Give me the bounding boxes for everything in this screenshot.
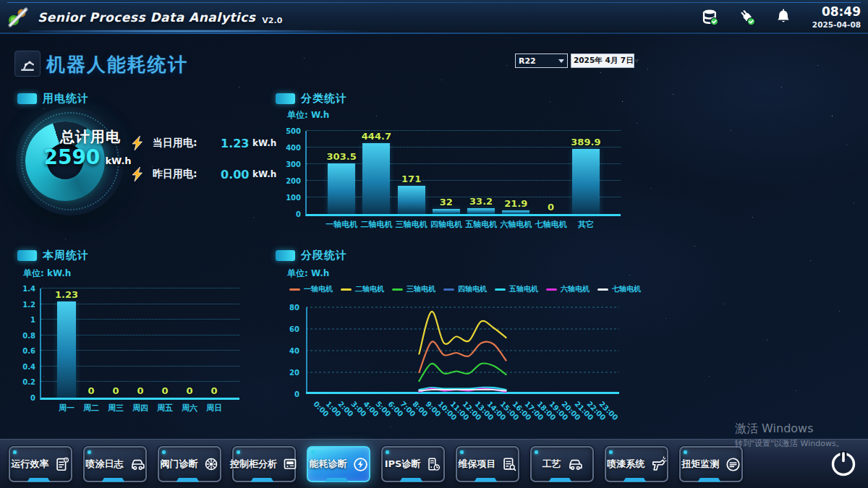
app-version: V2.0 xyxy=(262,16,282,25)
nav-button-9[interactable]: 喷漆系统 xyxy=(605,446,668,482)
nav-button-corner-dot xyxy=(609,450,613,454)
y-axis-tick-label: 20 xyxy=(289,369,299,377)
maintenance-doc-icon xyxy=(501,456,517,472)
bar-column: 1.23周一 xyxy=(54,288,79,398)
bar-value-label: 0 xyxy=(210,385,217,396)
stat-label: 昨日用电: xyxy=(153,168,215,181)
y-axis-tick-label: 500 xyxy=(286,127,301,135)
connection-status-icon xyxy=(737,7,757,27)
nav-button-corner-dot xyxy=(237,450,240,454)
bar-value-label: 444.7 xyxy=(362,131,391,142)
nav-button-label: 阀门诊断 xyxy=(161,458,198,471)
nav-button-corner-dot xyxy=(13,450,17,454)
gauge-value-row: 2590 kW.h xyxy=(36,145,139,169)
current-time: 08:49 xyxy=(812,4,861,20)
nav-button-bottom-accent xyxy=(325,478,348,482)
nav-button-bottom-accent xyxy=(27,478,50,482)
section-title: 分段统计 xyxy=(301,249,347,262)
legend-label: 五轴电机 xyxy=(509,284,538,294)
legend-line-swatch xyxy=(546,288,557,291)
legend-line-swatch xyxy=(495,288,506,291)
nav-button-bottom-accent xyxy=(697,478,720,482)
nav-button-5[interactable]: 能耗诊断 xyxy=(307,446,370,482)
bar-value-label: 0 xyxy=(137,385,143,396)
nav-button-3[interactable]: 阀门诊断 xyxy=(158,446,221,482)
chevron-down-icon xyxy=(634,59,639,63)
x-axis-category-label: 二轴电机 xyxy=(360,219,392,230)
cabinet-icon xyxy=(282,456,298,472)
gauge-unit: kW.h xyxy=(105,155,131,166)
current-date: 2025-04-08 xyxy=(812,20,861,30)
server-clock-icon xyxy=(425,456,441,472)
x-axis-category-label: 周二 xyxy=(83,403,99,414)
y-axis-tick-label: 1.2 xyxy=(22,301,35,309)
bar xyxy=(502,210,529,214)
nav-button-corner-dot xyxy=(88,450,91,454)
section-marker xyxy=(276,93,295,104)
dashboard-screen: Senior Process Data Analytics V2.0 xyxy=(0,0,868,488)
section-header-weekly: 本周统计 xyxy=(17,249,89,262)
y-axis-tick-label: 1 xyxy=(30,316,35,324)
spray-gun-icon xyxy=(650,456,666,472)
nav-button-7[interactable]: 维保项目 xyxy=(456,446,519,482)
x-axis-category-label: 周四 xyxy=(132,403,148,414)
bar-column: 0周日 xyxy=(202,288,226,398)
legend-line-swatch xyxy=(443,288,454,291)
bar-value-label: 21.9 xyxy=(504,198,527,209)
clock-display: 08:49 2025-04-08 xyxy=(812,4,861,29)
legend-item: 七轴电机 xyxy=(597,284,641,294)
y-axis-tick-label: 0.6 xyxy=(22,347,35,355)
nav-button-1[interactable]: 运行效率 xyxy=(9,446,72,482)
bar-column: 32四轴电机 xyxy=(429,131,464,214)
bar-column: 389.9其它 xyxy=(569,131,603,214)
nav-button-bottom-accent xyxy=(623,478,646,482)
power-icon[interactable] xyxy=(829,450,858,479)
section-marker xyxy=(17,93,37,104)
nav-button-bottom-accent xyxy=(548,478,571,482)
y-axis-tick-label: 300 xyxy=(286,160,301,168)
legend-label: 二轴电机 xyxy=(355,284,384,294)
nav-button-8[interactable]: 工艺 xyxy=(530,446,594,482)
y-axis-tick-label: 0.2 xyxy=(22,378,35,386)
nav-button-6[interactable]: IPS诊断 xyxy=(381,446,445,482)
x-axis-category-label: 周五 xyxy=(157,403,173,414)
section-marker xyxy=(276,250,295,261)
nav-button-label: 运行效率 xyxy=(12,458,49,471)
nav-button-corner-dot xyxy=(684,450,687,454)
nav-button-4[interactable]: 控制柜分析 xyxy=(232,446,296,482)
y-axis-tick-label: 60 xyxy=(289,325,299,333)
bar-column: 33.2五轴电机 xyxy=(464,131,498,214)
nav-button-10[interactable]: 扭矩监测 xyxy=(679,446,743,482)
date-picker-dropdown[interactable]: 2025年 4月 7日 xyxy=(571,53,634,68)
nav-button-corner-dot xyxy=(311,450,315,454)
nav-button-label: 扭矩监测 xyxy=(682,458,720,471)
segment-chart-legend: 一轴电机二轴电机三轴电机四轴电机五轴电机六轴电机七轴电机 xyxy=(289,284,641,294)
nav-button-bottom-accent xyxy=(474,478,497,482)
notification-bell-icon[interactable] xyxy=(774,7,793,27)
bar-column: 0七轴电机 xyxy=(534,131,569,214)
nav-button-2[interactable]: 喷涂日志 xyxy=(83,446,147,482)
legend-label: 三轴电机 xyxy=(407,284,435,294)
stat-label: 当日用电: xyxy=(153,137,215,150)
section-marker xyxy=(17,250,37,261)
robot-select-dropdown[interactable]: R22 xyxy=(515,53,568,68)
nav-button-bottom-accent xyxy=(101,478,124,482)
legend-label: 一轴电机 xyxy=(304,284,333,294)
stat-value: 1.23 xyxy=(221,137,250,150)
section-title: 分类统计 xyxy=(301,92,347,106)
bar-column: 303.5一轴电机 xyxy=(324,131,359,214)
report-icon xyxy=(54,456,70,472)
stat-row-today: 当日用电: 1.23 kW.h xyxy=(130,134,276,152)
date-picker-value: 2025年 4月 7日 xyxy=(574,56,634,66)
legend-item: 三轴电机 xyxy=(392,284,435,294)
bar-column: 21.9六轴电机 xyxy=(498,131,533,214)
app-logo-icon xyxy=(6,5,30,30)
header-status-area: 08:49 2025-04-08 xyxy=(700,0,861,34)
x-axis-category-label: 七轴电机 xyxy=(535,219,567,230)
gauge-value: 2590 xyxy=(43,145,100,169)
nav-button-corner-dot xyxy=(460,450,464,454)
bottom-navbar: 运行效率喷涂日志阀门诊断控制柜分析能耗诊断IPS诊断维保项目工艺喷漆系统扭矩监测 xyxy=(0,439,868,488)
x-axis-category-label: 其它 xyxy=(578,219,594,230)
bar-value-label: 171 xyxy=(401,174,421,184)
bar-value-label: 0 xyxy=(88,385,94,396)
